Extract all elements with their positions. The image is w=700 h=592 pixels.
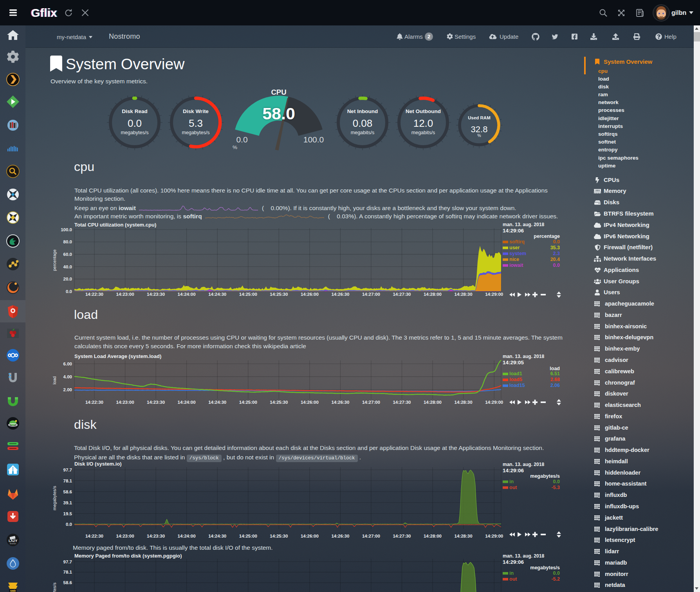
svg-text:14:29:00: 14:29:00 xyxy=(485,400,503,405)
svg-text:39.1: 39.1 xyxy=(63,500,72,505)
svg-text:14:24:00: 14:24:00 xyxy=(178,534,196,538)
svg-text:14:29:00: 14:29:00 xyxy=(485,534,503,538)
svg-text:Memory Paged from/to disk (sys: Memory Paged from/to disk (system.pgpgio… xyxy=(74,553,182,559)
svg-text:man. 13. aug. 2018: man. 13. aug. 2018 xyxy=(503,354,544,359)
svg-text:in: in xyxy=(509,570,514,576)
svg-text:load15: load15 xyxy=(509,383,525,388)
svg-text:78.1: 78.1 xyxy=(63,479,72,483)
svg-text:14:23:30: 14:23:30 xyxy=(147,292,165,297)
svg-text:14:23:30: 14:23:30 xyxy=(147,534,165,538)
svg-text:14:24:30: 14:24:30 xyxy=(208,292,226,297)
svg-text:20.4: 20.4 xyxy=(550,257,560,262)
svg-text:megabytes/s: megabytes/s xyxy=(182,130,210,135)
svg-text:14:28:00: 14:28:00 xyxy=(424,292,442,297)
svg-text:-5.3: -5.3 xyxy=(551,485,560,490)
svg-text:14:25:00: 14:25:00 xyxy=(239,292,257,297)
svg-text:Disk Read: Disk Read xyxy=(122,108,147,114)
svg-text:0.0: 0.0 xyxy=(553,479,560,484)
svg-text:78.1: 78.1 xyxy=(63,570,72,574)
svg-text:megabits/s: megabits/s xyxy=(411,130,435,135)
svg-text:14:26:30: 14:26:30 xyxy=(331,534,349,538)
svg-text:14:24:30: 14:24:30 xyxy=(208,400,226,405)
svg-text:14:29:00: 14:29:00 xyxy=(485,292,503,297)
svg-text:14:22:30: 14:22:30 xyxy=(85,534,103,538)
svg-text:iowait: iowait xyxy=(509,263,523,268)
svg-text:14:28:30: 14:28:30 xyxy=(455,292,473,297)
svg-text:Disk I/O (system.io): Disk I/O (system.io) xyxy=(74,461,122,467)
svg-text:97.7: 97.7 xyxy=(63,560,72,564)
svg-text:megabytes/s: megabytes/s xyxy=(52,582,57,592)
svg-text:19.5: 19.5 xyxy=(63,511,72,516)
svg-text:40.0: 40.0 xyxy=(63,265,72,269)
svg-text:14:27:30: 14:27:30 xyxy=(393,292,411,297)
svg-text:58.0: 58.0 xyxy=(262,104,295,123)
svg-text:Net Outbound: Net Outbound xyxy=(406,108,441,114)
svg-text:4.00: 4.00 xyxy=(63,374,72,379)
svg-text:14:26:30: 14:26:30 xyxy=(331,400,349,405)
svg-text:6.00: 6.00 xyxy=(63,362,72,366)
svg-text:Disk Write: Disk Write xyxy=(183,108,209,114)
svg-text:14:25:30: 14:25:30 xyxy=(270,534,288,538)
svg-text:14:23:30: 14:23:30 xyxy=(147,400,165,405)
svg-text:14:24:00: 14:24:00 xyxy=(178,400,196,405)
svg-text:load: load xyxy=(52,376,57,385)
svg-text:6.51: 6.51 xyxy=(550,371,560,376)
svg-text:megabytes/s: megabytes/s xyxy=(52,486,57,510)
svg-text:man. 13. aug. 2018: man. 13. aug. 2018 xyxy=(503,553,544,559)
svg-text:LAZY: LAZY xyxy=(9,539,18,543)
svg-text:60.0: 60.0 xyxy=(63,252,72,257)
svg-text:14:26:00: 14:26:00 xyxy=(301,292,319,297)
svg-text:user: user xyxy=(509,245,520,250)
svg-text:14:26:00: 14:26:00 xyxy=(301,400,319,405)
svg-text:58.6: 58.6 xyxy=(63,489,72,494)
svg-text:in: in xyxy=(509,479,514,484)
svg-text:librarian: librarian xyxy=(10,543,16,545)
svg-text:man. 13. aug. 2018: man. 13. aug. 2018 xyxy=(503,222,544,227)
svg-text:2.06: 2.06 xyxy=(550,383,560,388)
svg-text:14:25:30: 14:25:30 xyxy=(270,400,288,405)
svg-text:14:28:00: 14:28:00 xyxy=(424,534,442,538)
svg-text:megabits/s: megabits/s xyxy=(351,130,374,135)
svg-text:14:22:30: 14:22:30 xyxy=(85,292,103,297)
svg-text:14:23:00: 14:23:00 xyxy=(116,292,134,297)
svg-text:load: load xyxy=(550,366,560,371)
svg-text:14:27:00: 14:27:00 xyxy=(362,400,380,405)
svg-text:14:29:06: 14:29:06 xyxy=(503,559,524,565)
svg-text:percentage: percentage xyxy=(534,234,560,239)
svg-text:14:25:00: 14:25:00 xyxy=(239,534,257,538)
svg-text:0.08: 0.08 xyxy=(353,117,373,129)
svg-text:man. 13. aug. 2018: man. 13. aug. 2018 xyxy=(503,462,544,467)
svg-text:14:22:30: 14:22:30 xyxy=(85,400,103,405)
svg-text:14:27:00: 14:27:00 xyxy=(362,292,380,297)
svg-text:14:24:00: 14:24:00 xyxy=(178,292,196,297)
svg-text:14:29:06: 14:29:06 xyxy=(503,468,524,473)
svg-text:nice: nice xyxy=(509,257,519,262)
svg-text:Used RAM: Used RAM xyxy=(468,115,491,120)
svg-text:20.0: 20.0 xyxy=(63,277,72,281)
svg-text:0.0: 0.0 xyxy=(236,135,247,144)
svg-text:out: out xyxy=(509,485,517,490)
svg-text:58.6: 58.6 xyxy=(63,580,72,585)
svg-text:14:23:00: 14:23:00 xyxy=(116,534,134,538)
svg-text:megabytes/s: megabytes/s xyxy=(530,473,560,479)
svg-text:Net Inbound: Net Inbound xyxy=(347,108,378,114)
svg-text:14:27:30: 14:27:30 xyxy=(393,400,411,405)
svg-text:80.0: 80.0 xyxy=(63,239,72,244)
svg-text:0.0: 0.0 xyxy=(553,570,560,576)
svg-text:0.0: 0.0 xyxy=(66,289,72,294)
svg-text:14:29:06: 14:29:06 xyxy=(503,228,524,234)
svg-text:100.0: 100.0 xyxy=(61,227,72,232)
svg-text:14:27:00: 14:27:00 xyxy=(362,534,380,538)
svg-text:14:25:30: 14:25:30 xyxy=(270,292,288,297)
svg-text:14:24:30: 14:24:30 xyxy=(208,534,226,538)
svg-text:14:26:00: 14:26:00 xyxy=(301,534,319,538)
svg-text:load1: load1 xyxy=(509,371,522,376)
svg-text:0.0: 0.0 xyxy=(553,239,560,245)
svg-text:14:23:00: 14:23:00 xyxy=(116,400,134,405)
svg-text:out: out xyxy=(509,576,517,582)
svg-text:14:27:30: 14:27:30 xyxy=(393,534,411,538)
svg-text:5.3: 5.3 xyxy=(189,117,203,129)
svg-text:35.3: 35.3 xyxy=(550,245,560,250)
svg-text:2.3: 2.3 xyxy=(553,251,560,256)
svg-text:load5: load5 xyxy=(509,377,522,382)
